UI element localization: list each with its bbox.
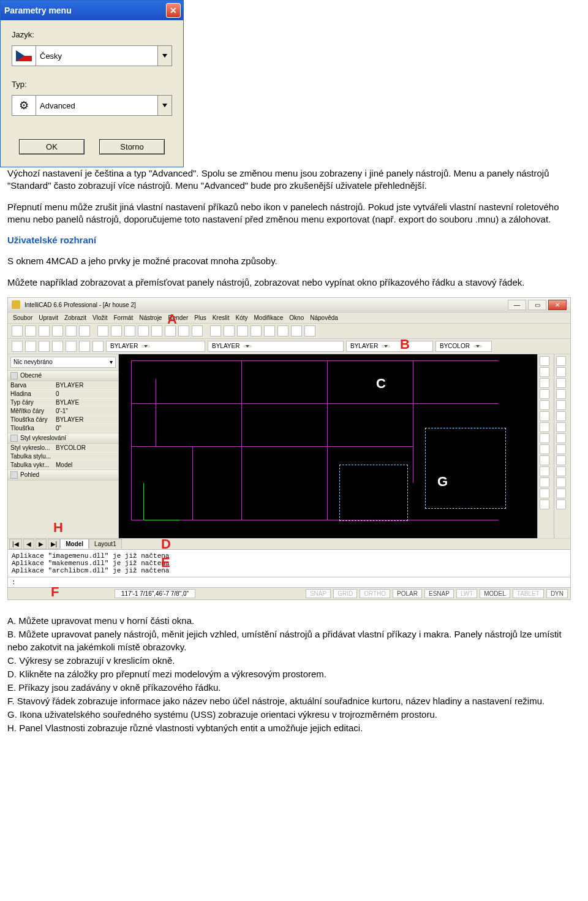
prop-row[interactable]: Hladina0	[8, 390, 118, 398]
toolbar-icon[interactable]	[79, 325, 90, 336]
toolbar-icon[interactable]	[138, 325, 149, 336]
close-icon[interactable]: ✕	[166, 3, 181, 18]
tool-icon[interactable]	[556, 422, 566, 432]
tool-icon[interactable]	[540, 489, 549, 498]
status-toggle-model[interactable]: MODEL	[480, 589, 510, 598]
tool-icon[interactable]	[556, 400, 566, 410]
menu-item[interactable]: Modifikace	[254, 314, 284, 321]
menu-item[interactable]: Vložit	[92, 314, 107, 321]
color-dropdown[interactable]: BYCOLOR	[435, 341, 492, 352]
tool-icon[interactable]	[556, 500, 566, 509]
panel-group-header[interactable]: Styl vykreslování	[8, 433, 118, 444]
tool-icon[interactable]	[540, 466, 549, 476]
tab-nav-prev-icon[interactable]: ◀	[23, 539, 34, 549]
toolbar-icon[interactable]	[66, 325, 77, 336]
menu-item[interactable]: Okno	[289, 314, 304, 321]
toolbar-icon[interactable]	[251, 325, 262, 336]
tool-icon[interactable]	[540, 422, 549, 432]
toolbar-icon[interactable]	[92, 341, 104, 352]
tool-icon[interactable]	[556, 389, 566, 399]
tool-icon[interactable]	[540, 378, 549, 388]
tool-icon[interactable]	[556, 477, 566, 487]
prop-row[interactable]: Tabulka vykr...Model	[8, 461, 118, 470]
toolbar-icon[interactable]	[264, 325, 275, 336]
type-select[interactable]: ⚙ Advanced	[12, 95, 172, 116]
close-icon[interactable]: ✕	[548, 300, 567, 310]
panel-group-header[interactable]: Obecné	[8, 370, 118, 381]
toolbar-icon[interactable]	[304, 325, 315, 336]
menu-item[interactable]: Kóty	[236, 314, 248, 321]
tool-icon[interactable]	[556, 356, 566, 366]
toolbar-icon[interactable]	[192, 325, 203, 336]
toolbar-icon[interactable]	[52, 341, 63, 352]
command-window[interactable]: Aplikace "imagemenu.dll" je již načtena …	[8, 550, 570, 577]
toolbar-icon[interactable]	[12, 325, 23, 336]
lang-select[interactable]: Česky	[12, 45, 172, 66]
toolbar-icon[interactable]	[25, 341, 36, 352]
tool-icon[interactable]	[540, 389, 549, 399]
toolbar-icon[interactable]	[52, 325, 63, 336]
menu-item[interactable]: Soubor	[13, 314, 32, 321]
toolbar-icon[interactable]	[12, 341, 23, 352]
prop-row[interactable]: Styl vykreslo...BYCOLOR	[8, 444, 118, 452]
menu-item[interactable]: Plus	[194, 314, 206, 321]
toolbar-icon[interactable]	[151, 325, 162, 336]
tool-icon[interactable]	[556, 466, 566, 476]
toolbar-icon[interactable]	[210, 325, 221, 336]
tool-icon[interactable]	[556, 367, 566, 377]
layer-dropdown[interactable]: BYLAYER	[346, 341, 433, 352]
tool-icon[interactable]	[556, 444, 566, 454]
tool-icon[interactable]	[540, 433, 549, 443]
tool-icon[interactable]	[556, 378, 566, 388]
ok-button[interactable]: OK	[19, 139, 85, 154]
tab-nav-first-icon[interactable]: |◀	[9, 539, 22, 549]
tool-icon[interactable]	[556, 411, 566, 421]
status-toggle-dyn[interactable]: DYN	[546, 589, 568, 598]
toolbar-icon[interactable]	[178, 325, 189, 336]
toolbar-icon[interactable]	[237, 325, 248, 336]
prop-row[interactable]: Tabulka stylu...	[8, 452, 118, 461]
prop-row[interactable]: BarvaBYLAYER	[8, 381, 118, 390]
toolbar-icon[interactable]	[165, 325, 176, 336]
menu-item[interactable]: Upravit	[39, 314, 58, 321]
menu-item[interactable]: Formát	[114, 314, 134, 321]
menu-item[interactable]: Nástroje	[139, 314, 162, 321]
layer-dropdown[interactable]: BYLAYER	[208, 341, 344, 352]
status-toggle-snap[interactable]: SNAP	[306, 589, 331, 598]
toolbar-icon[interactable]	[277, 325, 288, 336]
status-toggle-grid[interactable]: GRID	[333, 589, 357, 598]
toolbar-icon[interactable]	[224, 325, 235, 336]
toolbar-icon[interactable]	[97, 325, 108, 336]
tool-icon[interactable]	[540, 500, 549, 509]
tool-icon[interactable]	[540, 356, 549, 366]
prop-row[interactable]: Měřítko čáry0'-1"	[8, 407, 118, 416]
cancel-button[interactable]: Storno	[99, 139, 165, 154]
tab-nav-last-icon[interactable]: ▶|	[48, 539, 61, 549]
status-toggle-polar[interactable]: POLAR	[393, 589, 422, 598]
tool-icon[interactable]	[540, 477, 549, 487]
toolbar-icon[interactable]	[39, 341, 50, 352]
tab-layout[interactable]: Layout1	[89, 539, 122, 549]
toolbar-icon[interactable]	[39, 325, 50, 336]
toolbar-icon[interactable]	[79, 341, 90, 352]
prop-row[interactable]: Tloušťka čáryBYLAYER	[8, 416, 118, 424]
tool-icon[interactable]	[556, 433, 566, 443]
prop-row[interactable]: Typ čáryBYLAYE	[8, 398, 118, 407]
selection-dropdown[interactable]: Nic nevybráno▾	[10, 357, 116, 368]
chevron-down-icon[interactable]	[158, 46, 172, 66]
tool-icon[interactable]	[540, 455, 549, 465]
tool-icon[interactable]	[556, 455, 566, 465]
tool-icon[interactable]	[540, 400, 549, 410]
minimize-icon[interactable]: —	[508, 300, 526, 310]
status-toggle-esnap[interactable]: ESNAP	[424, 589, 454, 598]
cad-canvas[interactable]: C G	[119, 354, 537, 538]
status-toggle-lwt[interactable]: LWT	[456, 589, 477, 598]
toolbar-icon[interactable]	[124, 325, 135, 336]
tool-icon[interactable]	[540, 444, 549, 454]
tool-icon[interactable]	[540, 367, 549, 377]
menu-item[interactable]: Kreslit	[213, 314, 230, 321]
chevron-down-icon[interactable]	[158, 96, 172, 115]
tool-icon[interactable]	[556, 489, 566, 498]
tab-nav-next-icon[interactable]: ▶	[36, 539, 47, 549]
tool-icon[interactable]	[540, 411, 549, 421]
